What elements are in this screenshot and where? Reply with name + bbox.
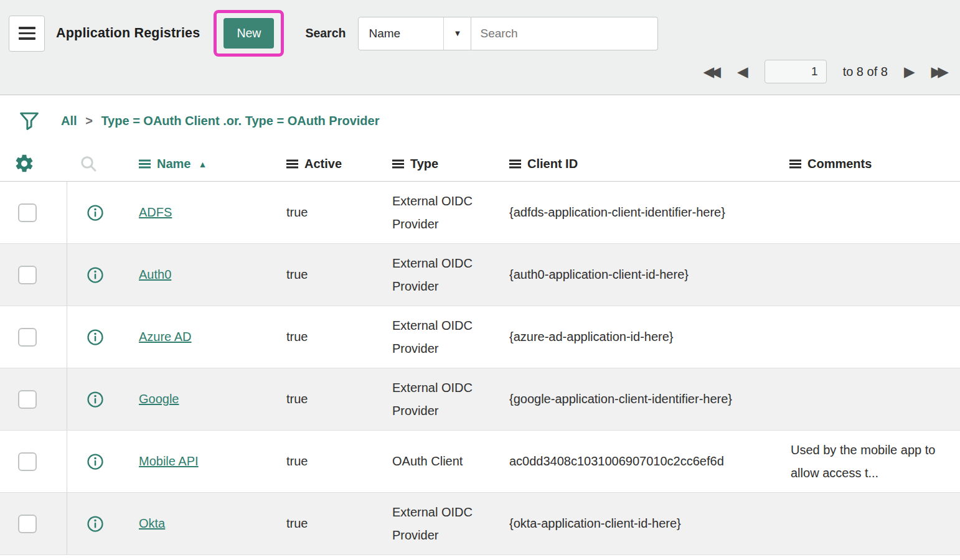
client-id-cell: {google-application-client-identifier-he… [509, 368, 781, 430]
client-id-cell: {azure-ad-application-id-here} [509, 306, 781, 368]
client-id-cell: {auth0-application-client-id-here} [509, 244, 781, 306]
row-checkbox[interactable] [18, 390, 37, 409]
type-cell: External OIDC Provider [392, 493, 509, 554]
column-header-label: Comments [807, 157, 872, 171]
info-icon[interactable] [86, 203, 105, 222]
gear-icon[interactable] [14, 153, 35, 174]
column-context-icon [789, 159, 801, 168]
breadcrumb-all-link[interactable]: All [61, 114, 77, 128]
active-cell: true [286, 493, 392, 554]
client-id-cell: {adfds-application-client-identifier-her… [509, 182, 781, 243]
row-checkbox[interactable] [18, 515, 37, 533]
info-icon[interactable] [86, 452, 105, 471]
record-link[interactable]: Okta [139, 516, 165, 531]
name-cell: Auth0 [139, 244, 286, 306]
breadcrumb-separator: > [85, 114, 93, 128]
active-cell: true [286, 306, 392, 368]
page-title: Application Registries [56, 26, 200, 41]
list-search-icon[interactable] [78, 154, 98, 174]
row-checkbox[interactable] [18, 328, 37, 347]
info-cell [67, 493, 139, 554]
info-cell [67, 368, 139, 430]
comments-cell [781, 368, 960, 430]
column-header-comments[interactable]: Comments [789, 157, 872, 171]
breadcrumb-filter-link[interactable]: Type = OAuth Client .or. Type = OAuth Pr… [101, 114, 379, 128]
column-header-client-id[interactable]: Client ID [509, 157, 578, 171]
table-row: Okta true External OIDC Provider {okta-a… [0, 493, 960, 555]
chevron-down-icon: ▼ [443, 17, 471, 50]
new-button[interactable]: New [224, 18, 274, 49]
column-context-icon [392, 159, 404, 168]
table-row: Azure AD true External OIDC Provider {az… [0, 306, 960, 368]
column-header-active[interactable]: Active [286, 157, 342, 171]
info-icon[interactable] [86, 515, 105, 533]
filter-icon[interactable] [17, 109, 41, 133]
search-input[interactable] [471, 17, 658, 50]
sort-ascending-icon: ▲ [198, 159, 207, 169]
comments-cell: Used by the mobile app to allow access t… [781, 431, 960, 492]
filter-breadcrumb-bar: All > Type = OAuth Client .or. Type = OA… [0, 95, 960, 146]
type-cell: External OIDC Provider [392, 306, 509, 368]
column-header-type[interactable]: Type [392, 157, 438, 171]
record-link[interactable]: Auth0 [139, 268, 171, 282]
first-page-button[interactable]: ◀◀ [704, 65, 721, 79]
info-icon[interactable] [86, 328, 105, 347]
record-link[interactable]: Azure AD [139, 330, 191, 344]
column-context-icon [509, 159, 521, 168]
name-cell: Google [139, 368, 286, 430]
info-icon[interactable] [86, 266, 105, 284]
page-number-input[interactable] [765, 60, 827, 83]
name-cell: Mobile API [139, 431, 286, 492]
checkbox-cell [0, 431, 67, 492]
search-field-select[interactable]: Name ▼ [358, 17, 471, 50]
column-header-label: Active [304, 157, 342, 171]
info-icon[interactable] [86, 390, 105, 409]
record-link[interactable]: Mobile API [139, 454, 199, 469]
checkbox-cell [0, 368, 67, 430]
next-page-button[interactable]: ▶ [904, 65, 915, 79]
comments-cell [781, 493, 960, 554]
checkbox-cell [0, 244, 67, 306]
name-cell: Azure AD [139, 306, 286, 368]
list-toolbar: Application Registries New Search Name ▼ [0, 0, 960, 57]
active-cell: true [286, 431, 392, 492]
comments-cell [781, 244, 960, 306]
info-cell [67, 244, 139, 306]
row-checkbox[interactable] [18, 203, 37, 222]
type-cell: External OIDC Provider [392, 182, 509, 243]
type-cell: External OIDC Provider [392, 368, 509, 430]
table-row: Mobile API true OAuth Client ac0dd3408c1… [0, 431, 960, 493]
checkbox-cell [0, 493, 67, 554]
row-checkbox[interactable] [18, 452, 37, 471]
hamburger-icon [19, 27, 35, 40]
last-page-button[interactable]: ▶▶ [931, 65, 949, 79]
table-row: Google true External OIDC Provider {goog… [0, 368, 960, 431]
name-cell: ADFS [139, 182, 286, 243]
type-cell: External OIDC Provider [392, 244, 509, 306]
name-cell: Okta [139, 493, 286, 554]
active-cell: true [286, 244, 392, 306]
column-header-label: Type [410, 157, 438, 171]
record-link[interactable]: ADFS [139, 205, 172, 220]
column-header-name[interactable]: Name ▲ [139, 157, 207, 171]
annotation-highlight-box: New [214, 10, 284, 57]
column-header-label: Name [157, 157, 191, 171]
row-checkbox[interactable] [18, 266, 37, 284]
info-cell [67, 431, 139, 492]
search-field-selected-value: Name [369, 27, 400, 40]
checkbox-cell [0, 306, 67, 368]
pagination-range-text: to 8 of 8 [843, 65, 888, 79]
checkbox-cell [0, 182, 67, 243]
record-link[interactable]: Google [139, 392, 179, 406]
column-context-icon [139, 159, 151, 168]
search-label: Search [305, 26, 346, 40]
table-row: ADFS true External OIDC Provider {adfds-… [0, 182, 960, 244]
list-context-menu-button[interactable] [9, 16, 45, 52]
info-cell [67, 182, 139, 243]
column-context-icon [286, 159, 298, 168]
type-cell: OAuth Client [392, 431, 509, 492]
list-header: Application Registries New Search Name ▼… [0, 0, 960, 95]
active-cell: true [286, 368, 392, 430]
prev-page-button[interactable]: ◀ [737, 65, 748, 79]
comments-cell [781, 182, 960, 243]
